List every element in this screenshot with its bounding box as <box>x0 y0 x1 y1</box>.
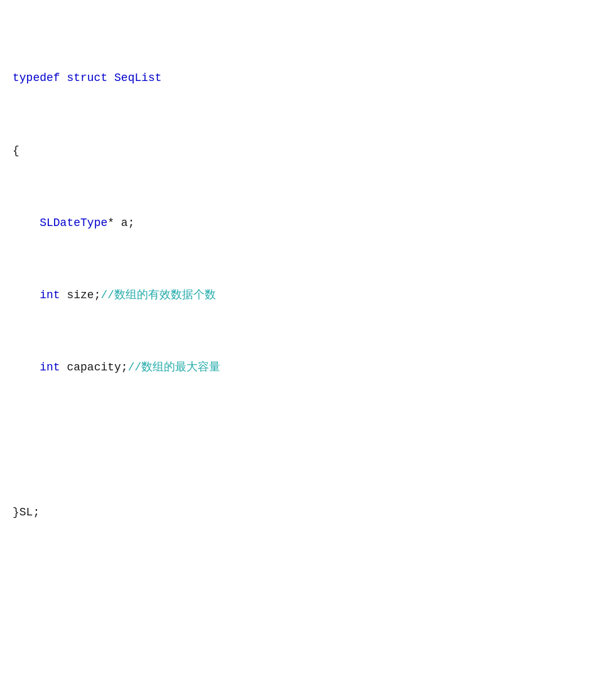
code-line <box>13 576 582 594</box>
code-line: SLDateType* a; <box>13 214 582 232</box>
code-line: int capacity;//数组的最大容量 <box>13 358 582 377</box>
code-line <box>13 630 582 648</box>
comment-size: //数组的有效数据个数 <box>100 289 216 301</box>
keyword-int: int <box>40 361 60 374</box>
keyword-typedef: typedef struct SeqList <box>13 72 162 84</box>
type-sldatetype: SLDateType <box>40 217 107 229</box>
code-line: int size;//数组的有效数据个数 <box>13 286 582 304</box>
code-block: typedef struct SeqList { SLDateType* a; … <box>13 15 582 700</box>
keyword-int: int <box>40 289 60 301</box>
brace-open: { <box>13 144 19 157</box>
comment-capacity: //数组的最大容量 <box>128 361 221 374</box>
code-line: { <box>13 142 582 160</box>
code-line <box>13 431 582 449</box>
code-line: }SL; <box>13 503 582 522</box>
code-line: typedef struct SeqList <box>13 69 582 87</box>
